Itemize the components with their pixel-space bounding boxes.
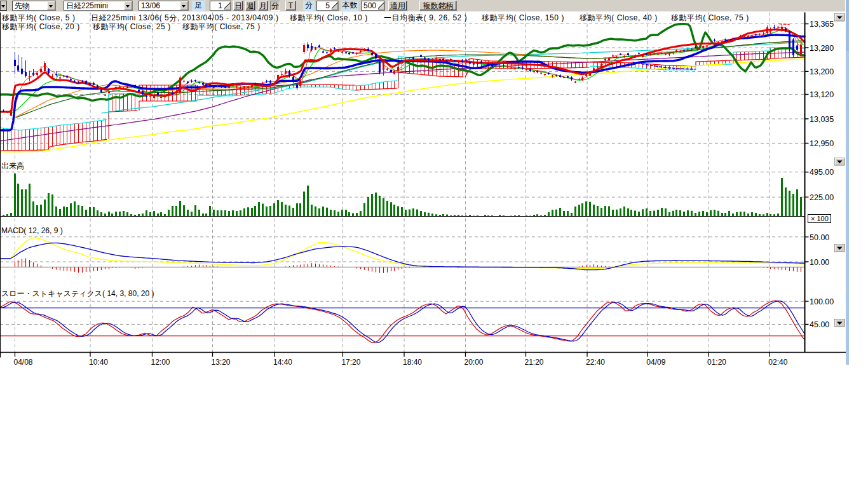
svg-text:× 100: × 100 bbox=[811, 215, 829, 222]
svg-text:日経225mini 13/06( 5分, 2013/04/0: 日経225mini 13/06( 5分, 2013/04/05 - 2013/0… bbox=[91, 13, 278, 22]
svg-text:13,280: 13,280 bbox=[810, 44, 834, 53]
svg-text:10:40: 10:40 bbox=[89, 358, 108, 367]
svg-text:移動平均( Close, 40 ): 移動平均( Close, 40 ) bbox=[580, 13, 658, 22]
svg-text:12,950: 12,950 bbox=[810, 139, 834, 148]
svg-text:一目均衡表( 9, 26, 52 ): 一目均衡表( 9, 26, 52 ) bbox=[384, 13, 467, 22]
svg-text:MACD( 12, 26, 9 ): MACD( 12, 26, 9 ) bbox=[1, 226, 63, 235]
svg-text:50.00: 50.00 bbox=[810, 233, 829, 242]
svg-text:移動平均( Close, 10 ): 移動平均( Close, 10 ) bbox=[290, 13, 368, 22]
svg-text:スロー・ストキャスティクス( 14, 3, 80, 20 ): スロー・ストキャスティクス( 14, 3, 80, 20 ) bbox=[1, 289, 154, 298]
svg-text:21:20: 21:20 bbox=[525, 358, 544, 367]
svg-text:14:40: 14:40 bbox=[273, 358, 292, 367]
svg-text:100.00: 100.00 bbox=[810, 297, 834, 306]
svg-text:移動平均( Close, 20 ): 移動平均( Close, 20 ) bbox=[2, 22, 80, 31]
svg-text:04/09: 04/09 bbox=[646, 358, 665, 367]
svg-text:22:40: 22:40 bbox=[586, 358, 605, 367]
svg-text:225.00: 225.00 bbox=[810, 193, 834, 202]
svg-text:13,120: 13,120 bbox=[810, 90, 834, 99]
svg-text:移動平均( Close, 75 ): 移動平均( Close, 75 ) bbox=[182, 22, 261, 31]
svg-text:04/08: 04/08 bbox=[14, 358, 33, 367]
svg-text:20:00: 20:00 bbox=[465, 358, 484, 367]
svg-text:17:20: 17:20 bbox=[341, 358, 360, 367]
svg-text:移動平均( Close, 25 ): 移動平均( Close, 25 ) bbox=[93, 22, 171, 31]
svg-text:13,365: 13,365 bbox=[810, 20, 834, 29]
svg-text:移動平均( Close, 5 ): 移動平均( Close, 5 ) bbox=[2, 13, 75, 22]
svg-text:移動平均( Close, 75 ): 移動平均( Close, 75 ) bbox=[671, 13, 749, 22]
svg-text:45.00: 45.00 bbox=[810, 320, 829, 329]
svg-text:12:00: 12:00 bbox=[151, 358, 170, 367]
svg-text:495.00: 495.00 bbox=[810, 168, 834, 177]
svg-text:13,200: 13,200 bbox=[810, 67, 834, 76]
svg-text:18:40: 18:40 bbox=[403, 358, 422, 367]
svg-text:02:40: 02:40 bbox=[768, 358, 787, 367]
svg-text:13:20: 13:20 bbox=[212, 358, 231, 367]
svg-text:01:20: 01:20 bbox=[707, 358, 726, 367]
svg-text:10.00: 10.00 bbox=[810, 258, 829, 267]
svg-text:出来高: 出来高 bbox=[1, 161, 24, 170]
svg-text:13,035: 13,035 bbox=[810, 115, 834, 124]
svg-text:移動平均( Close, 150 ): 移動平均( Close, 150 ) bbox=[482, 13, 564, 22]
